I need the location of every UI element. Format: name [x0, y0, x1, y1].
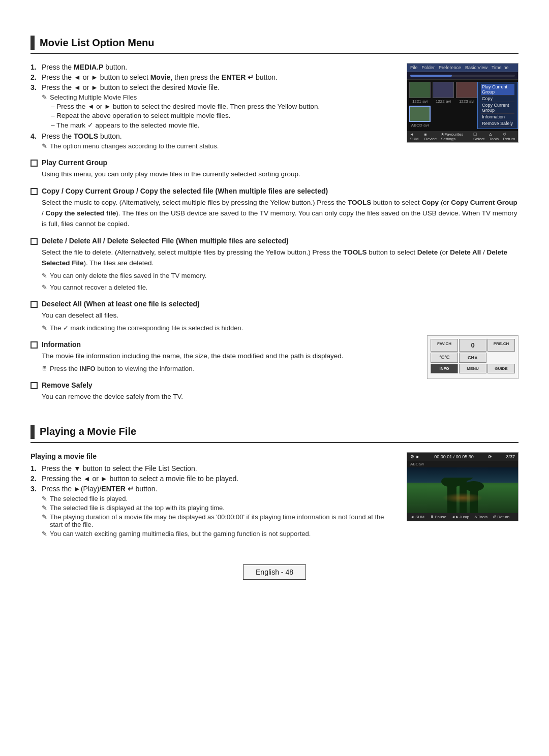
- tv-tab-bar: File Folder Preference Basic View Timeli…: [407, 64, 518, 72]
- player-topbar: ⚙ ► 00:00:01 / 00:05:30 ⟳ 3/37: [407, 453, 518, 461]
- menu-btn: MENU: [459, 364, 486, 373]
- remote-grid: FAV.CH 0 PRE-CH ℃℃ CH∧ INFO MENU GUIDE: [431, 339, 515, 373]
- subsection-body-remove: You can remove the device safely from th…: [30, 392, 417, 402]
- player-time: 00:00:01 / 00:05:30: [434, 454, 474, 459]
- section2-left: Playing a movie file 1. Press the ▼ butt…: [30, 452, 396, 539]
- section1-content: 1. Press the MEDIA.P button. 2. Press th…: [30, 63, 518, 151]
- section2-title: Playing a Movie File: [40, 426, 136, 437]
- footer-badge: English - 48: [243, 564, 306, 580]
- play-note-2: ✎ The selected file is displayed at the …: [30, 504, 396, 512]
- subsection-title-copy: Copy / Copy Current Group / Copy the sel…: [42, 187, 328, 195]
- section1-header: Movie List Option Menu: [30, 36, 518, 54]
- subsection-body-deselect: You can deselect all files. ✎ The ✓ mark…: [30, 310, 518, 333]
- player-video-area: [407, 467, 518, 513]
- playing-a-movie-subtitle: Playing a movie file: [30, 452, 396, 460]
- subsection-play-current-group: Play Current Group Using this menu, you …: [30, 159, 518, 180]
- subsection-title-remove: Remove Safely: [42, 381, 93, 389]
- subsection-information: Information The movie file information i…: [30, 340, 417, 374]
- subsection-title-delete: Delete / Delete All / Delete Selected Fi…: [42, 237, 289, 245]
- player-screenshot: ⚙ ► 00:00:01 / 00:05:30 ⟳ 3/37 ABCavi: [407, 452, 518, 539]
- checkbox-icon-2: [30, 188, 38, 195]
- checkbox-icon-4: [30, 301, 38, 308]
- play-note-3: ✎ The playing duration of a movie file m…: [30, 513, 396, 528]
- section2-content: Playing a movie file 1. Press the ▼ butt…: [30, 452, 518, 539]
- tv-side-menu: Play Current Group Copy Copy Current Gro…: [477, 82, 518, 129]
- play-note-1: ✎ The selected file is played.: [30, 495, 396, 502]
- empty-1: [487, 353, 515, 363]
- subsection-delete: Delete / Delete All / Delete Selected Fi…: [30, 237, 518, 293]
- play-note-4: ✎ You can watch exciting gaming multimed…: [30, 530, 396, 538]
- subsection-title-deselect: Deselect All (When at least one file is …: [42, 300, 200, 308]
- sub-bullet-1: Press the ◄ or ► button to select the de…: [30, 103, 396, 110]
- section1-title: Movie List Option Menu: [40, 37, 155, 49]
- pre-ch-btn: PRE-CH: [487, 339, 515, 352]
- subsection-body-play: Using this menu, you can only play movie…: [30, 169, 518, 180]
- subsection-title-play: Play Current Group: [42, 159, 107, 167]
- section1: Movie List Option Menu 1. Press the MEDI…: [30, 36, 518, 410]
- footer: English - 48: [30, 564, 518, 580]
- player-mock: ⚙ ► 00:00:01 / 00:05:30 ⟳ 3/37 ABCavi: [407, 452, 518, 521]
- step-3: 3. Press the ◄ or ► button to select the…: [30, 83, 396, 91]
- fav-ch-btn: FAV.CH: [431, 339, 458, 352]
- zero-btn: 0: [459, 339, 486, 352]
- play-step-1: 1. Press the ▼ button to select the File…: [30, 464, 396, 472]
- remote-mock: FAV.CH 0 PRE-CH ℃℃ CH∧ INFO MENU GUIDE: [427, 335, 518, 379]
- subsection-title-information: Information: [42, 340, 81, 349]
- step-1: 1. Press the MEDIA.P button.: [30, 63, 396, 71]
- subsection-remove-safely: Remove Safely You can remove the device …: [30, 381, 417, 402]
- subsection-body-copy: Select the music to copy. (Alternatively…: [30, 198, 518, 230]
- ch-up-btn: CH∧: [459, 353, 486, 363]
- subsections-area: Play Current Group Using this menu, you …: [30, 159, 518, 410]
- section2-bar: [30, 425, 35, 439]
- subsection-copy: Copy / Copy Current Group / Copy the sel…: [30, 187, 518, 230]
- tv-screenshot-1: File Folder Preference Basic View Timeli…: [407, 63, 518, 151]
- section2: Playing a Movie File Playing a movie fil…: [30, 425, 518, 539]
- section2-header: Playing a Movie File: [30, 425, 518, 443]
- checkbox-icon-5: [30, 341, 38, 349]
- tv-mock-1: File Folder Preference Basic View Timeli…: [407, 63, 518, 143]
- sub-bullet-2: Repeat the above operation to select mul…: [30, 112, 396, 119]
- info-btn: INFO: [431, 364, 458, 373]
- information-section-wrapper: Information The movie file information i…: [30, 340, 518, 410]
- player-bottombar: ◄ SUM ⏸ Pause ◄►Jump Δ Tools ↺ Return: [407, 513, 518, 521]
- subsection-deselect: Deselect All (When at least one file is …: [30, 300, 518, 333]
- play-step-2: 2. Pressing the ◄ or ► button to select …: [30, 475, 396, 483]
- note-4a: ✎ The option menu changes according to t…: [30, 142, 396, 150]
- checkbox-icon-1: [30, 160, 38, 167]
- play-step-3: 3. Press the ►(Play)/ENTER ↵ button.: [30, 485, 396, 493]
- tv-bottom-bar-1: ◄ SUM ■ Device ★Favourites Settings ☐ Se…: [407, 131, 518, 142]
- section1-bar: [30, 36, 35, 50]
- checkbox-icon-3: [30, 238, 38, 245]
- step-2: 2. Press the ◄ or ► button to select Mov…: [30, 73, 396, 81]
- player-count: 3/37: [506, 454, 515, 459]
- section1-left: 1. Press the MEDIA.P button. 2. Press th…: [30, 63, 396, 151]
- celsius-btn: ℃℃: [431, 353, 458, 363]
- guide-btn: GUIDE: [487, 364, 515, 373]
- subsection-body-information: The movie file information including the…: [30, 351, 417, 374]
- sub-bullet-3: The mark ✓ appears to the selected movie…: [30, 121, 396, 129]
- step-4: 4. Press the TOOLS button.: [30, 132, 396, 140]
- player-filename: ABCavi: [407, 461, 518, 467]
- checkbox-icon-6: [30, 382, 38, 389]
- subsection-body-delete: Select the file to delete. (Alternativel…: [30, 247, 518, 293]
- remote-mock-wrapper: FAV.CH 0 PRE-CH ℃℃ CH∧ INFO MENU GUIDE: [427, 335, 518, 410]
- note-selecting-multiple: ✎ Selecting Multiple Movie Files: [30, 93, 396, 101]
